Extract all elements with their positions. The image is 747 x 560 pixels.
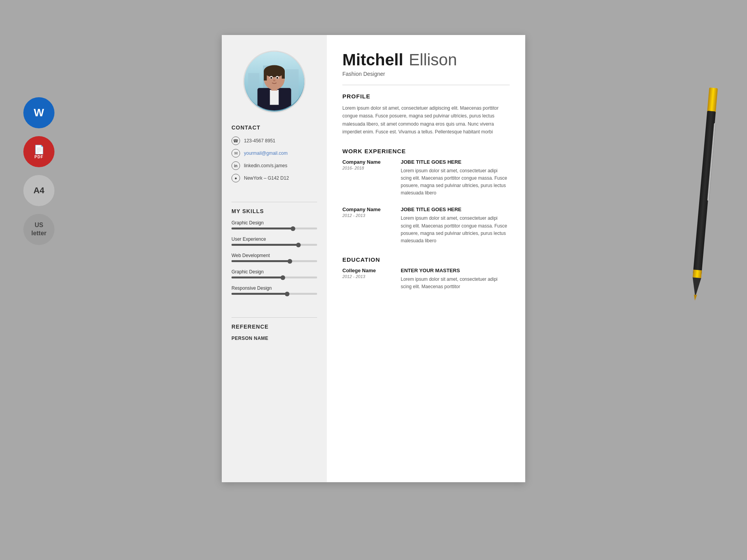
work-right: JOBE TITLE GOES HERE Lorem ipsum dolor s… bbox=[401, 206, 510, 245]
work-entries-list: Company Name 2016- 2018 JOBE TITLE GOES … bbox=[342, 159, 510, 245]
left-icons-panel: W 📄 PDF A4 USletter bbox=[23, 97, 54, 245]
skill-bar-fill bbox=[231, 293, 287, 295]
edu-date: 2012 - 2013 bbox=[342, 274, 393, 279]
last-name: Ellison bbox=[409, 51, 457, 69]
email-icon: ✉ bbox=[231, 149, 240, 158]
skill-bar-fill bbox=[231, 244, 298, 246]
pen-decoration bbox=[693, 78, 716, 311]
phone-number: 123-4567 8951 bbox=[244, 138, 275, 144]
skill-bar-bg bbox=[231, 244, 317, 246]
profile-svg bbox=[244, 51, 304, 112]
skill-bar-fill bbox=[231, 260, 290, 262]
pen-nib bbox=[693, 295, 697, 301]
svg-point-9 bbox=[264, 65, 285, 77]
skills-list: Graphic Design User Experience Web Devel… bbox=[231, 220, 317, 295]
skill-item: Web Development bbox=[231, 253, 317, 262]
contact-title: CONTACT bbox=[231, 124, 317, 131]
pdf-label: PDF bbox=[35, 155, 44, 159]
edu-degree: ENTER YOUR MASTERS bbox=[401, 268, 510, 273]
education-section: EDUCATION College Name 2012 - 2013 ENTER… bbox=[342, 256, 510, 290]
skill-item: Graphic Design bbox=[231, 220, 317, 229]
skills-section: MY SKILLS Graphic Design User Experience… bbox=[231, 208, 317, 302]
reference-title: REFERENCE bbox=[231, 324, 317, 330]
skill-name: Graphic Design bbox=[231, 220, 317, 226]
pdf-icon-badge[interactable]: 📄 PDF bbox=[23, 136, 54, 167]
job-title-entry: JOBE TITLE GOES HERE bbox=[401, 206, 510, 212]
pdf-symbol: 📄 bbox=[34, 145, 44, 155]
skill-bar-fill bbox=[231, 276, 283, 278]
first-name: Mitchell bbox=[342, 51, 403, 69]
skill-bar-dot bbox=[296, 243, 301, 247]
skill-name: Responsive Design bbox=[231, 285, 317, 291]
email-link[interactable]: yourmail@gmail.com bbox=[244, 150, 288, 156]
resume-paper: CONTACT ☎ 123-4567 8951 ✉ yourmail@gmail… bbox=[222, 35, 525, 482]
skill-bar-dot bbox=[281, 275, 285, 280]
skill-bar-bg bbox=[231, 260, 317, 262]
work-entry: Company Name 2012 - 2013 JOBE TITLE GOES… bbox=[342, 206, 510, 245]
work-left: Company Name 2012 - 2013 bbox=[342, 206, 393, 245]
right-panel: Mitchell Ellison Fashion Designer PROFIL… bbox=[327, 35, 525, 482]
skill-item: User Experience bbox=[231, 236, 317, 246]
word-icon-badge[interactable]: W bbox=[23, 97, 54, 128]
us-letter-icon-badge[interactable]: USletter bbox=[23, 214, 54, 245]
name-section: Mitchell Ellison Fashion Designer bbox=[342, 51, 510, 77]
edu-entries-list: College Name 2012 - 2013 ENTER YOUR MAST… bbox=[342, 268, 510, 290]
pen bbox=[691, 88, 718, 301]
phone-icon: ☎ bbox=[231, 136, 240, 145]
profile-photo bbox=[243, 51, 305, 113]
job-title-entry: JOBE TITLE GOES HERE bbox=[401, 159, 510, 165]
skill-bar-bg bbox=[231, 276, 317, 278]
edu-desc: Lorem ipsum dolor sit amet, consectetuer… bbox=[401, 276, 510, 290]
job-desc: Lorem ipsum dolor sit amet, consectetuer… bbox=[401, 167, 510, 197]
skill-bar-dot bbox=[288, 259, 292, 264]
work-company: Company Name bbox=[342, 206, 393, 212]
us-label: USletter bbox=[31, 221, 46, 238]
skill-bar-bg bbox=[231, 228, 317, 229]
profile-section: PROFILE Lorem ipsum dolor sit amet, cons… bbox=[342, 93, 510, 136]
location-icon: ● bbox=[231, 174, 240, 182]
edu-entry: College Name 2012 - 2013 ENTER YOUR MAST… bbox=[342, 268, 510, 290]
work-date: 2012 - 2013 bbox=[342, 213, 393, 218]
skills-title: MY SKILLS bbox=[231, 208, 317, 214]
work-date: 2016- 2018 bbox=[342, 166, 393, 170]
pen-clip bbox=[707, 123, 716, 201]
skill-name: Web Development bbox=[231, 253, 317, 258]
work-section-title: WORK EXPERIENCE bbox=[342, 148, 510, 154]
divider-2 bbox=[231, 317, 317, 318]
right-divider-1 bbox=[342, 85, 510, 85]
contact-address: ● NewYork – G142 D12 bbox=[231, 174, 317, 182]
pen-top bbox=[707, 88, 718, 114]
education-section-title: EDUCATION bbox=[342, 256, 510, 263]
address-text: NewYork – G142 D12 bbox=[244, 175, 289, 181]
pen-band bbox=[693, 270, 702, 278]
skill-bar-dot bbox=[285, 292, 289, 296]
person-name-label: PERSON NAME bbox=[231, 336, 317, 341]
profile-section-title: PROFILE bbox=[342, 93, 510, 100]
reference-section: REFERENCE PERSON NAME bbox=[231, 324, 317, 341]
left-panel: CONTACT ☎ 123-4567 8951 ✉ yourmail@gmail… bbox=[222, 35, 327, 482]
skill-bar-fill bbox=[231, 228, 293, 229]
work-experience-section: WORK EXPERIENCE Company Name 2016- 2018 … bbox=[342, 148, 510, 245]
contact-section: CONTACT ☎ 123-4567 8951 ✉ yourmail@gmail… bbox=[231, 124, 317, 186]
svg-point-16 bbox=[273, 80, 275, 81]
svg-rect-6 bbox=[270, 90, 279, 105]
work-entry: Company Name 2016- 2018 JOBE TITLE GOES … bbox=[342, 159, 510, 197]
work-company: Company Name bbox=[342, 159, 393, 165]
a4-label: A4 bbox=[33, 186, 44, 196]
edu-college: College Name bbox=[342, 268, 393, 273]
edu-left: College Name 2012 - 2013 bbox=[342, 268, 393, 290]
full-name: Mitchell Ellison bbox=[342, 51, 510, 69]
svg-rect-10 bbox=[264, 71, 267, 80]
pen-body bbox=[693, 111, 716, 274]
job-title: Fashion Designer bbox=[342, 71, 510, 77]
divider-1 bbox=[231, 202, 317, 202]
svg-rect-11 bbox=[282, 71, 285, 79]
skill-item: Responsive Design bbox=[231, 285, 317, 295]
linkedin-url: linkedin.com/s.james bbox=[244, 163, 287, 168]
work-right: JOBE TITLE GOES HERE Lorem ipsum dolor s… bbox=[401, 159, 510, 197]
a4-icon-badge[interactable]: A4 bbox=[23, 175, 54, 206]
contact-email: ✉ yourmail@gmail.com bbox=[231, 149, 317, 158]
word-w-letter: W bbox=[34, 107, 44, 118]
job-desc: Lorem ipsum dolor sit amet, consectetuer… bbox=[401, 215, 510, 245]
edu-right: ENTER YOUR MASTERS Lorem ipsum dolor sit… bbox=[401, 268, 510, 290]
